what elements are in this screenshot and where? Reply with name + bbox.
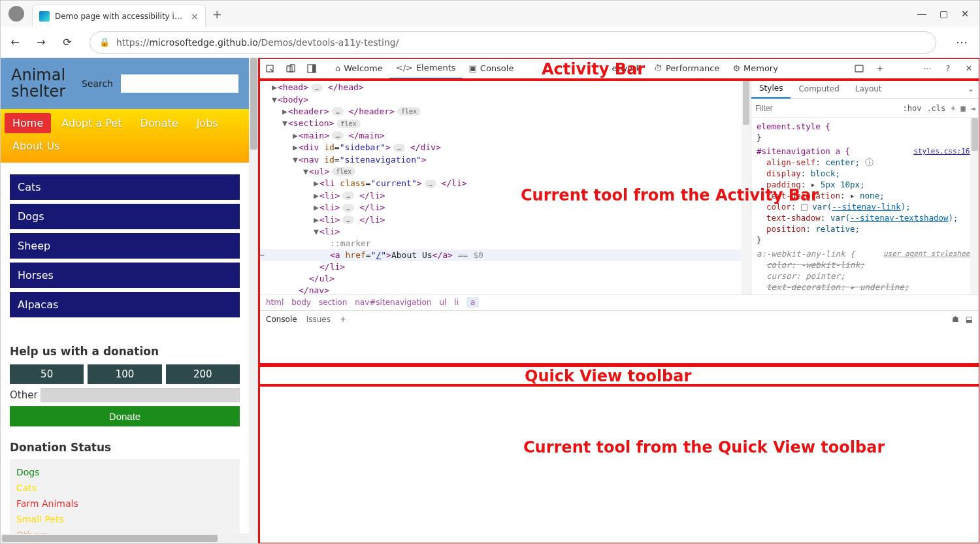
tab-network[interactable]: etwork: [605, 58, 647, 79]
plus-icon[interactable]: +: [870, 63, 890, 73]
nav-donate[interactable]: Donate: [132, 113, 186, 133]
help-icon[interactable]: ?: [938, 63, 958, 73]
urlbar[interactable]: 🔒 https://microsoftedge.github.io/Demos/…: [90, 31, 936, 54]
source-link[interactable]: styles.css:169: [913, 146, 974, 157]
new-rule-icon[interactable]: +: [951, 104, 955, 113]
chevron-down-icon[interactable]: ⌄: [968, 84, 979, 93]
vscrollbar[interactable]: [249, 58, 259, 543]
breadcrumb-item[interactable]: nav#sitenavigation: [355, 298, 431, 307]
breadcrumb[interactable]: htmlbodysectionnav#sitenavigationullia: [259, 295, 979, 310]
styles-tab-computed[interactable]: Computed: [791, 79, 847, 99]
bug-icon[interactable]: ☗: [952, 315, 959, 324]
svg-rect-5: [855, 65, 863, 72]
styles-rules[interactable]: element.style {} styles.css:169 #sitenav…: [751, 118, 979, 295]
refresh-button[interactable]: ⟳: [58, 33, 76, 52]
nav-about-us[interactable]: About Us: [5, 136, 67, 156]
inspect-icon[interactable]: [259, 63, 280, 74]
styles-filter-row: :hov .cls + ▦ ⇥: [751, 99, 979, 118]
other-amount-input[interactable]: [41, 388, 240, 402]
styles-filter-input[interactable]: [755, 104, 897, 113]
breadcrumb-item[interactable]: section: [319, 298, 347, 307]
tab-welcome[interactable]: ⌂Welcome: [329, 58, 389, 79]
svg-rect-4: [312, 65, 316, 72]
activity-bar: ⌂Welcome </>Elements ▣Console etwork ⏱Pe…: [259, 58, 979, 79]
profile-icon[interactable]: [8, 6, 24, 22]
maximize-icon[interactable]: ▢: [939, 8, 948, 19]
dock-icon[interactable]: [301, 63, 322, 74]
hov-button[interactable]: :hov: [902, 104, 921, 113]
window-controls: ― ▢ ✕: [917, 8, 979, 19]
quick-tab-console[interactable]: Console: [266, 315, 297, 324]
list-item[interactable]: Dogs: [10, 204, 240, 229]
tab-memory[interactable]: ⚙Memory: [726, 58, 785, 79]
devtools: ⌂Welcome </>Elements ▣Console etwork ⏱Pe…: [259, 58, 979, 543]
browser-window: Demo page with accessibility issue × + ―…: [0, 0, 980, 544]
content-area: Animal shelter Search HomeAdopt a PetDon…: [1, 58, 979, 543]
animal-list: CatsDogsSheepHorsesAlpacas: [1, 163, 249, 333]
site-panel: Animal shelter Search HomeAdopt a PetDon…: [1, 58, 259, 543]
donation-amount-button[interactable]: 100: [88, 364, 161, 384]
tab-elements[interactable]: </>Elements: [389, 58, 463, 79]
donation-amount-button[interactable]: 200: [166, 364, 240, 384]
more-icon[interactable]: ⋯: [917, 63, 938, 73]
cls-button[interactable]: .cls: [926, 104, 945, 113]
list-item[interactable]: Horses: [10, 263, 240, 288]
browser-tab[interactable]: Demo page with accessibility issue ×: [32, 5, 206, 27]
list-item[interactable]: Cats: [10, 174, 240, 200]
dom-tree[interactable]: ▶<head>… </head> ▼<body> ▶<header>… </he…: [259, 79, 751, 295]
app-menu-button[interactable]: ⋯: [949, 35, 974, 49]
quick-plus-icon[interactable]: +: [340, 315, 346, 324]
minimize-icon[interactable]: ―: [917, 8, 926, 19]
donation-amount-button[interactable]: 50: [10, 364, 84, 384]
device-icon[interactable]: [280, 63, 301, 74]
titlebar: Demo page with accessibility issue × + ―…: [1, 1, 979, 27]
dom-scrollbar[interactable]: [742, 79, 751, 295]
status-item: Dogs: [16, 464, 233, 480]
edge-favicon-icon: [39, 11, 50, 22]
quick-tab-issues[interactable]: Issues: [306, 315, 331, 324]
other-label: Other: [10, 389, 38, 401]
rules-scrollbar[interactable]: [970, 118, 979, 295]
tab-performance[interactable]: ⏱Performance: [647, 58, 726, 79]
list-item[interactable]: Alpacas: [10, 292, 240, 317]
download-icon[interactable]: ⬓: [966, 315, 973, 324]
perf-icon: ⏱: [654, 63, 662, 73]
svg-rect-1: [287, 66, 292, 72]
panel-icon[interactable]: [849, 63, 870, 74]
breadcrumb-item[interactable]: li: [454, 298, 459, 307]
donation-section: Help us with a donation 50100200 Other D…: [1, 333, 249, 438]
forward-button[interactable]: →: [32, 33, 50, 52]
new-tab-button[interactable]: +: [212, 7, 222, 21]
breadcrumb-item[interactable]: body: [291, 298, 311, 307]
export-icon[interactable]: ⇥: [971, 104, 975, 113]
site-nav: HomeAdopt a PetDonateJobsAbout Us: [1, 109, 249, 163]
lock-icon: 🔒: [99, 37, 110, 47]
donate-button[interactable]: Donate: [10, 406, 240, 426]
hscrollbar[interactable]: [1, 534, 249, 543]
breadcrumb-item[interactable]: ul: [439, 298, 446, 307]
flex-icon[interactable]: ▦: [961, 104, 966, 113]
elements-icon: </>: [396, 63, 413, 72]
site-header: Animal shelter Search: [1, 58, 249, 109]
styles-tab-styles[interactable]: Styles: [751, 79, 791, 99]
search-label: Search: [82, 78, 113, 89]
quick-view-body[interactable]: [259, 328, 979, 544]
back-button[interactable]: ←: [6, 33, 24, 52]
site-title: Animal shelter: [11, 67, 74, 100]
nav-home[interactable]: Home: [5, 113, 51, 133]
list-item[interactable]: Sheep: [10, 233, 240, 259]
nav-jobs[interactable]: Jobs: [189, 113, 226, 133]
tab-close-icon[interactable]: ×: [191, 11, 199, 22]
search-input[interactable]: [121, 74, 238, 93]
donation-status: Donation Status DogsCatsFarm AnimalsSmal…: [1, 438, 249, 543]
navbar: ← → ⟳ 🔒 https://microsoftedge.github.io/…: [1, 27, 979, 58]
status-item: Small Pets: [16, 511, 233, 527]
devtools-close-icon[interactable]: ✕: [958, 63, 979, 73]
tab-console[interactable]: ▣Console: [463, 58, 521, 79]
breadcrumb-item[interactable]: html: [266, 298, 284, 307]
styles-tabs: Styles Computed Layout ⌄: [751, 79, 979, 99]
close-icon[interactable]: ✕: [961, 8, 969, 19]
breadcrumb-item[interactable]: a: [466, 297, 479, 308]
styles-tab-layout[interactable]: Layout: [847, 79, 890, 99]
nav-adopt-a-pet[interactable]: Adopt a Pet: [54, 113, 129, 133]
